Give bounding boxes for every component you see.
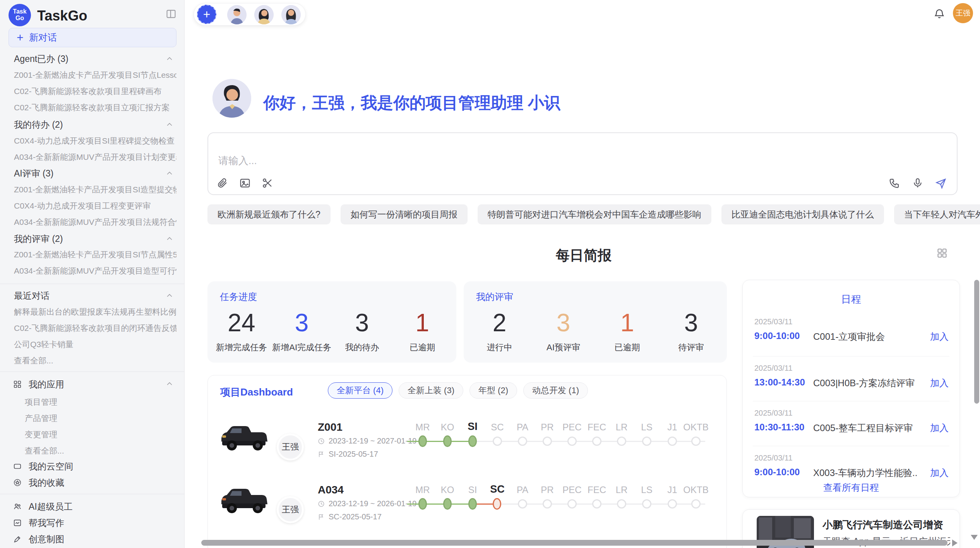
mic-icon[interactable] — [912, 177, 923, 189]
chevron-up-icon[interactable] — [166, 170, 173, 177]
chevron-up-icon[interactable] — [166, 235, 173, 243]
join-link[interactable]: 加入 — [930, 377, 949, 389]
suggestion-chip[interactable]: 特朗普可能对进口汽车增税会对中国车企造成哪些影响 — [478, 204, 711, 224]
sidebar-item-change-mgmt[interactable]: 变更管理 — [25, 428, 176, 441]
chat-input-box[interactable]: 请输入... — [207, 132, 958, 195]
suggestion-chip[interactable]: 比亚迪全固态电池计划具体说了什么 — [721, 204, 884, 224]
divider — [0, 494, 184, 494]
scissors-icon[interactable] — [262, 177, 273, 189]
agent-avatar-group: + — [194, 3, 306, 26]
stat-pending-review: 3待评审 — [659, 306, 723, 357]
flag-icon — [318, 451, 325, 458]
my-review-title: 我的评审 — [476, 291, 513, 303]
sidebar-item[interactable]: C0X4-动力总成开发项目工程变更评审 — [14, 200, 176, 212]
logo-text-top: Task — [13, 9, 26, 15]
view-all-schedule-link[interactable]: 查看所有日程 — [743, 481, 959, 494]
section-agent-done[interactable]: Agent已办 (3) — [14, 53, 176, 65]
sidebar-item-project-mgmt[interactable]: 项目管理 — [25, 396, 176, 408]
chevron-up-icon[interactable] — [166, 292, 173, 300]
schedule-date: 2025/03/11 — [754, 454, 793, 462]
sidebar-item[interactable]: C02-飞腾新能源轻客改款项目里程碑画布 — [14, 85, 176, 98]
tab-powertrain[interactable]: 动总开发 (1) — [523, 382, 588, 399]
milestone-label: OKTB — [680, 485, 711, 495]
schedule-time: 13:00-14:30 — [754, 377, 805, 388]
schedule-time: 9:00-10:00 — [754, 467, 800, 478]
join-link[interactable]: 加入 — [930, 331, 949, 343]
sidebar-item-favorites[interactable]: 我的收藏 — [13, 476, 176, 489]
plus-icon — [16, 33, 24, 42]
suggestion-chip[interactable]: 欧洲新规最近颁布了什么? — [207, 204, 331, 224]
section-recent-chats[interactable]: 最近对话 — [14, 289, 176, 302]
section-my-todo[interactable]: 我的待办 (2) — [14, 118, 176, 131]
taskgo-logo: Task Go — [9, 4, 31, 26]
join-link[interactable]: 加入 — [930, 422, 949, 434]
divider — [753, 401, 949, 401]
project-owner-badge: 王强 — [277, 433, 304, 461]
project-dates: 2023-12-19 ~ 2026-01-19 — [318, 499, 416, 508]
sidebar-item-ai-staff[interactable]: AI超级员工 — [13, 500, 176, 513]
tab-year-model[interactable]: 年型 (2) — [469, 382, 517, 399]
scroll-down-arrow[interactable] — [971, 535, 978, 540]
project-name-z001[interactable]: Z001 — [318, 421, 343, 433]
project-owner-badge: 王强 — [277, 496, 304, 523]
sidebar-item-help-write[interactable]: 帮我写作 — [13, 516, 176, 529]
phone-icon[interactable] — [889, 177, 900, 189]
suggestion-chip[interactable]: 如何写一份清晰的项目周报 — [341, 204, 468, 224]
user-avatar[interactable]: 王强 — [953, 3, 973, 23]
notification-bell-icon[interactable] — [934, 8, 945, 21]
sidebar-item-my-apps[interactable]: 我的应用 — [13, 378, 176, 391]
vertical-scrollbar[interactable] — [974, 280, 979, 404]
sidebar-item[interactable]: Z001-全新燃油轻卡产品开发项目SI造型提交物评审 — [14, 183, 176, 196]
sidebar-item[interactable]: C0X4-动力总成开发项目SI里程碑提交物检查 — [14, 135, 176, 147]
chevron-up-icon[interactable] — [166, 121, 173, 128]
milestone-dot-done — [443, 498, 452, 510]
sidebar-collapse-icon[interactable] — [166, 9, 176, 21]
sidebar-item-creative-draw[interactable]: 创意制图 — [13, 533, 176, 546]
sidebar-item-cloud-space[interactable]: 我的云空间 — [13, 460, 176, 473]
tab-new-platform[interactable]: 全新平台 (4) — [328, 382, 392, 399]
project-flag-date: SI-2025-05-17 — [318, 450, 378, 459]
divider — [0, 372, 184, 372]
sidebar-item-product-mgmt[interactable]: 产品管理 — [25, 412, 176, 425]
chevron-up-icon[interactable] — [166, 380, 173, 388]
milestone-dot-done — [468, 498, 477, 510]
sidebar-item[interactable]: A034-全新新能源MUV产品开发项目法规符合性评审 — [14, 216, 176, 228]
sidebar-item[interactable]: C02-飞腾新能源轻客改款项目立项汇报方案 — [14, 101, 176, 114]
tab-new-body[interactable]: 全新上装 (3) — [399, 382, 463, 399]
suggestion-chips: 欧洲新规最近颁布了什么? 如何写一份清晰的项目周报 特朗普可能对进口汽车增税会对… — [207, 204, 962, 224]
chevron-up-icon[interactable] — [166, 55, 173, 63]
join-link[interactable]: 加入 — [930, 467, 949, 479]
milestone-dot-done — [443, 435, 452, 447]
project-name-a034[interactable]: A034 — [318, 484, 344, 496]
sidebar-item[interactable]: Z001-全新燃油皮卡产品开发项目SI节点Lesson Learn报告 — [14, 69, 176, 81]
recent-view-all[interactable]: 查看全部... — [14, 354, 176, 367]
send-icon[interactable] — [935, 177, 947, 189]
sidebar-item[interactable]: Z001-全新燃油轻卡产品开发项目SI节点属性5D文件评审 — [14, 248, 176, 261]
agent-avatar-2[interactable] — [254, 5, 274, 24]
horizontal-scrollbar[interactable] — [201, 540, 947, 546]
add-agent-button[interactable]: + — [197, 5, 216, 24]
sidebar-item[interactable]: 解释最新出台的欧盟报废车法规再生塑料比例被调至15%... — [14, 306, 176, 318]
apps-view-all[interactable]: 查看全部... — [25, 445, 176, 457]
attach-icon[interactable] — [217, 177, 228, 189]
layout-grid-icon[interactable] — [937, 248, 947, 260]
image-icon[interactable] — [239, 177, 251, 189]
sidebar-item[interactable]: 公司Q3轻卡销量 — [14, 338, 176, 351]
creative-draw-label: 创意制图 — [29, 533, 64, 545]
project-dashboard-card: 项目Dashboard 全新平台 (4) 全新上装 (3) 年型 (2) 动总开… — [207, 375, 727, 548]
sidebar-item[interactable]: C02-飞腾新能源轻客改款项目的闭环通告反馈情况 — [14, 322, 176, 334]
stat-review-overdue: 1已逾期 — [595, 306, 659, 357]
sidebar-item[interactable]: A034-全新新能源MUV产品开发项目计划变更表编写 — [14, 151, 176, 163]
sidebar-item[interactable]: A034-全新新能源MUV产品开发项目造型可行性评审 — [14, 265, 176, 277]
section-my-review[interactable]: 我的评审 (2) — [14, 233, 176, 245]
schedule-date: 2025/03/11 — [754, 317, 793, 326]
suggestion-chip[interactable]: 当下年轻人对汽车外观有怎样的喜好趋势 — [894, 204, 980, 224]
new-chat-button[interactable]: 新对话 — [9, 28, 176, 47]
clock-icon — [318, 438, 325, 445]
section-ai-review[interactable]: AI评审 (3) — [14, 167, 176, 180]
scroll-right-arrow[interactable] — [952, 539, 958, 546]
schedule-name: C003|H0B-方案冻结评审 — [813, 377, 918, 389]
agent-avatar-3[interactable] — [281, 5, 301, 24]
logo-text-bottom: Go — [15, 15, 24, 22]
agent-avatar-1[interactable] — [227, 5, 247, 24]
